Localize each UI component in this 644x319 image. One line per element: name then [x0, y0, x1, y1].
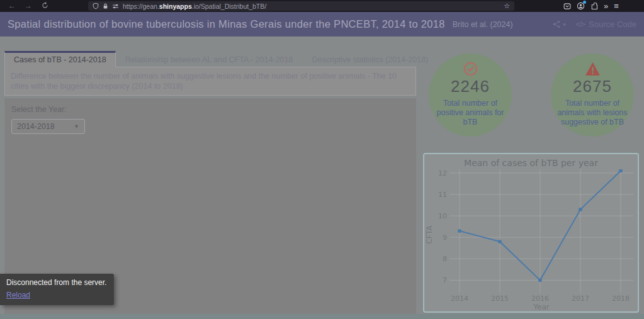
stat-label: Total number of positive animals for bTB	[435, 99, 506, 127]
notification-dot	[583, 1, 586, 4]
code-icon: </>	[576, 20, 585, 29]
app-header: Spatial distribution of bovine tuberculo…	[0, 12, 644, 36]
tab-bar: Cases of bTB - 2014-2018 Relationship be…	[4, 51, 416, 67]
browser-toolbar: ← → https://gean.shinyapps.io/Spatial_Di…	[0, 0, 644, 12]
stat-value: 2675	[573, 77, 612, 96]
overflow-chevrons-icon[interactable]: »	[604, 1, 608, 11]
lock-icon[interactable]	[103, 3, 108, 9]
page-title: Spatial distribution of bovine tuberculo…	[8, 18, 445, 30]
svg-text:8: 8	[443, 255, 447, 263]
tab-description: Difference between the number of animals…	[4, 67, 416, 96]
line-chart[interactable]: 78910111220142015201620172018CFTAYear	[424, 169, 638, 311]
svg-text:10: 10	[438, 212, 447, 220]
permissions-icon[interactable]	[112, 3, 119, 9]
year-select[interactable]: 2014-2018 ▼	[11, 119, 85, 134]
stat-value: 2246	[451, 77, 490, 96]
back-icon[interactable]: ←	[4, 0, 20, 12]
stat-label: Total number of animals with lesions sug…	[557, 99, 628, 127]
svg-text:2014: 2014	[451, 294, 468, 303]
page-footer-strip	[0, 314, 644, 319]
chart-panel: Mean of cases of bTB per year 7891011122…	[423, 153, 639, 313]
forward-icon[interactable]: →	[20, 0, 37, 12]
reload-icon[interactable]	[37, 0, 53, 13]
svg-text:9: 9	[443, 233, 447, 242]
address-bar[interactable]: https://gean.shinyapps.io/Spatial_Distri…	[88, 1, 514, 11]
svg-text:11: 11	[438, 191, 447, 199]
chevron-down-icon: ▾	[563, 21, 566, 28]
svg-text:CFTA: CFTA	[425, 225, 434, 243]
year-select-label: Select the Year:	[11, 105, 409, 114]
share-icon	[552, 20, 561, 28]
stat-positive-animals: 2246 Total number of positive animals fo…	[429, 53, 512, 137]
chevron-down-icon: ▼	[74, 123, 79, 130]
tab-relationship-al-cfta[interactable]: Relationship between AL and CFTA - 2014-…	[116, 51, 303, 67]
svg-text:2015: 2015	[491, 294, 509, 303]
menu-icon[interactable]: ≡	[614, 1, 619, 11]
shield-icon[interactable]	[93, 3, 99, 9]
svg-text:2017: 2017	[572, 294, 589, 303]
tab-cases-of-btb[interactable]: Cases of bTB - 2014-2018	[4, 51, 116, 67]
svg-text:2018: 2018	[612, 294, 630, 303]
svg-text:Year: Year	[533, 303, 549, 311]
svg-text:2016: 2016	[531, 294, 549, 303]
author-label: Brito et al. (2024)	[453, 20, 513, 29]
tab-descriptive-statistics[interactable]: Descriptive statistics (2014-2018)	[302, 51, 438, 67]
year-select-value: 2014-2018	[17, 122, 74, 131]
stat-animals-with-lesions: 2675 Total number of animals with lesion…	[551, 53, 634, 137]
bookmark-star-icon[interactable]: ☆	[504, 2, 510, 10]
disconnect-toast: Disconnected from the server. Reload	[0, 274, 114, 305]
check-circle-icon	[463, 62, 478, 76]
warning-triangle-icon	[585, 62, 601, 76]
svg-text:12: 12	[438, 169, 447, 177]
reload-link[interactable]: Reload	[6, 291, 30, 299]
source-code-link[interactable]: </> Source Code	[576, 20, 636, 29]
extensions-icon[interactable]	[590, 3, 598, 10]
chart-title: Mean of cases of bTB per year	[424, 154, 638, 169]
share-button[interactable]: ▾	[552, 20, 566, 28]
account-icon[interactable]	[577, 2, 585, 10]
app-content: Cases of bTB - 2014-2018 Relationship be…	[0, 36, 644, 319]
svg-text:7: 7	[443, 276, 447, 284]
pocket-icon[interactable]	[563, 3, 571, 10]
disconnect-message: Disconnected from the server.	[6, 278, 108, 287]
url-text[interactable]: https://gean.shinyapps.io/Spatial_Distri…	[123, 3, 500, 10]
